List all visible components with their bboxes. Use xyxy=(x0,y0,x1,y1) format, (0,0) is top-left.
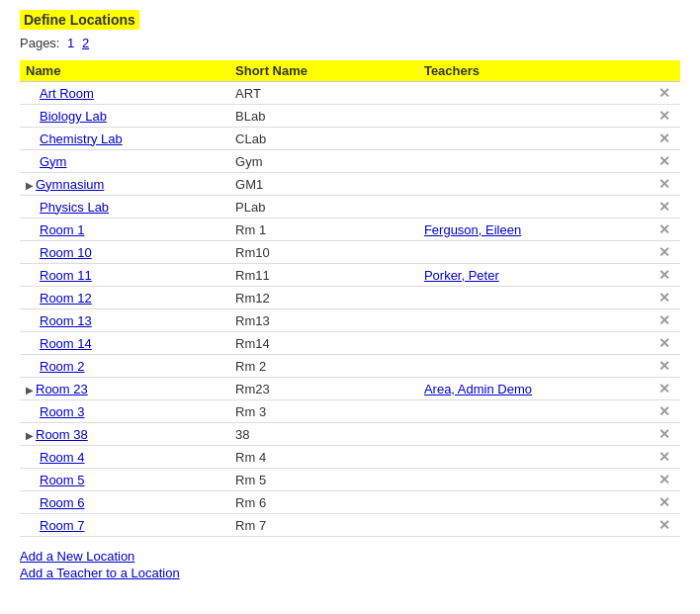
col-header-actions xyxy=(649,60,680,82)
delete-icon[interactable]: ✕ xyxy=(658,335,670,351)
delete-icon[interactable]: ✕ xyxy=(658,108,670,124)
location-teachers xyxy=(418,105,649,128)
delete-icon[interactable]: ✕ xyxy=(658,381,670,396)
delete-cell: ✕ xyxy=(649,264,680,287)
location-name-link[interactable]: Gymnasium xyxy=(36,177,104,192)
location-shortname: GM1 xyxy=(229,173,418,196)
delete-icon[interactable]: ✕ xyxy=(658,358,670,374)
delete-cell: ✕ xyxy=(649,82,680,105)
table-row: Room 10Rm10✕ xyxy=(20,241,680,264)
table-row: Room 7Rm 7✕ xyxy=(20,514,680,537)
location-shortname: Rm12 xyxy=(229,287,418,309)
location-teachers xyxy=(418,514,649,537)
delete-icon[interactable]: ✕ xyxy=(658,290,670,306)
table-row: ▶Room 23Rm23Area, Admin Demo✕ xyxy=(20,378,680,400)
teacher-link[interactable]: Ferguson, Eileen xyxy=(424,222,521,237)
delete-cell: ✕ xyxy=(649,309,680,332)
delete-cell: ✕ xyxy=(649,287,680,309)
page-2-link[interactable]: 2 xyxy=(82,36,89,50)
table-row: Room 2Rm 2✕ xyxy=(20,355,680,378)
location-name-link[interactable]: Room 12 xyxy=(40,291,92,306)
pages-label: Pages: xyxy=(20,36,59,50)
col-header-shortname: Short Name xyxy=(229,60,418,82)
page-1-link[interactable]: 1 xyxy=(67,36,74,50)
delete-icon[interactable]: ✕ xyxy=(658,449,670,465)
location-name-link[interactable]: Room 10 xyxy=(40,245,92,260)
pages-row: Pages: 1 2 xyxy=(20,36,680,50)
delete-cell: ✕ xyxy=(649,355,680,378)
delete-icon[interactable]: ✕ xyxy=(658,494,670,510)
location-name-link[interactable]: Room 5 xyxy=(40,473,85,487)
teacher-link[interactable]: Porker, Peter xyxy=(424,268,499,283)
location-name-link[interactable]: Room 14 xyxy=(40,336,92,351)
location-teachers xyxy=(418,287,649,309)
table-row: ▶GymnasiumGM1✕ xyxy=(20,173,680,196)
delete-cell: ✕ xyxy=(649,400,680,423)
delete-cell: ✕ xyxy=(649,128,680,150)
delete-icon[interactable]: ✕ xyxy=(658,403,670,419)
location-name-link[interactable]: Art Room xyxy=(40,86,94,101)
location-teachers: Area, Admin Demo xyxy=(418,378,649,400)
delete-icon[interactable]: ✕ xyxy=(658,426,670,442)
delete-icon[interactable]: ✕ xyxy=(658,199,670,215)
location-teachers: Porker, Peter xyxy=(418,264,649,287)
add-teacher-link[interactable]: Add a Teacher to a Location xyxy=(20,566,680,580)
location-name-link[interactable]: Room 13 xyxy=(40,313,92,328)
delete-icon[interactable]: ✕ xyxy=(658,176,670,192)
teacher-link[interactable]: Area, Admin Demo xyxy=(424,382,532,396)
location-name-link[interactable]: Room 6 xyxy=(40,495,85,510)
location-name-link[interactable]: Room 1 xyxy=(40,222,85,237)
location-name-link[interactable]: Room 4 xyxy=(40,450,85,465)
location-shortname: Rm 1 xyxy=(229,219,418,241)
delete-icon[interactable]: ✕ xyxy=(658,153,670,169)
location-name-link[interactable]: Physics Lab xyxy=(40,200,109,215)
delete-cell: ✕ xyxy=(649,514,680,537)
location-teachers xyxy=(418,355,649,378)
table-row: Art RoomART✕ xyxy=(20,82,680,105)
delete-icon[interactable]: ✕ xyxy=(658,517,670,533)
location-teachers xyxy=(418,309,649,332)
location-shortname: 38 xyxy=(229,423,418,446)
location-shortname: BLab xyxy=(229,105,418,128)
delete-cell: ✕ xyxy=(649,150,680,173)
delete-icon[interactable]: ✕ xyxy=(658,131,670,146)
location-name-link[interactable]: Room 3 xyxy=(40,404,85,419)
col-header-name: Name xyxy=(20,60,229,82)
location-shortname: Rm11 xyxy=(229,264,418,287)
footer-links: Add a New Location Add a Teacher to a Lo… xyxy=(20,549,680,580)
delete-icon[interactable]: ✕ xyxy=(658,221,670,237)
delete-icon[interactable]: ✕ xyxy=(658,85,670,101)
location-name-link[interactable]: Biology Lab xyxy=(40,109,107,124)
table-row: Room 1Rm 1Ferguson, Eileen✕ xyxy=(20,219,680,241)
table-row: GymGym✕ xyxy=(20,150,680,173)
delete-icon[interactable]: ✕ xyxy=(658,472,670,487)
expand-arrow-icon[interactable]: ▶ xyxy=(26,430,34,441)
expand-arrow-icon[interactable]: ▶ xyxy=(26,385,34,395)
add-location-link[interactable]: Add a New Location xyxy=(20,549,680,564)
location-shortname: Rm14 xyxy=(229,332,418,355)
table-row: Room 12Rm12✕ xyxy=(20,287,680,309)
location-name-link[interactable]: Room 2 xyxy=(40,359,85,374)
locations-table: Name Short Name Teachers Art RoomART✕Bio… xyxy=(20,60,680,537)
table-row: Chemistry LabCLab✕ xyxy=(20,128,680,150)
delete-icon[interactable]: ✕ xyxy=(658,267,670,283)
location-name-link[interactable]: Gym xyxy=(40,154,66,169)
location-name-link[interactable]: Room 11 xyxy=(40,268,92,283)
location-shortname: Rm10 xyxy=(229,241,418,264)
location-teachers xyxy=(418,491,649,514)
delete-icon[interactable]: ✕ xyxy=(658,244,670,260)
location-name-link[interactable]: Chemistry Lab xyxy=(40,132,123,146)
location-teachers xyxy=(418,196,649,219)
expand-arrow-icon[interactable]: ▶ xyxy=(26,180,34,191)
location-teachers: Ferguson, Eileen xyxy=(418,219,649,241)
page-title: Define Locations xyxy=(20,10,139,30)
location-teachers xyxy=(418,469,649,491)
location-name-link[interactable]: Room 7 xyxy=(40,518,85,533)
delete-cell: ✕ xyxy=(649,423,680,446)
location-shortname: Gym xyxy=(229,150,418,173)
location-shortname: Rm 7 xyxy=(229,514,418,537)
location-name-link[interactable]: Room 38 xyxy=(36,427,88,442)
location-teachers xyxy=(418,150,649,173)
location-name-link[interactable]: Room 23 xyxy=(36,382,88,396)
delete-icon[interactable]: ✕ xyxy=(658,312,670,328)
